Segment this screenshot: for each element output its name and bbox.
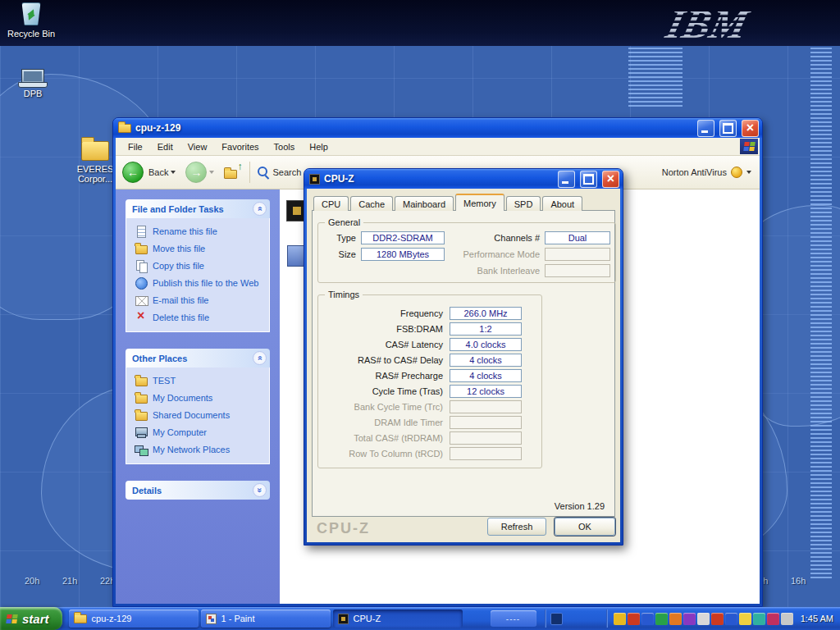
back-button-label[interactable]: Back xyxy=(148,167,168,177)
forward-dropdown-icon[interactable] xyxy=(209,171,214,174)
tray-icon[interactable] xyxy=(641,613,654,625)
tab-mainboard[interactable]: Mainboard xyxy=(395,196,454,211)
cpu-chip-icon xyxy=(309,174,320,185)
refresh-button[interactable]: Refresh xyxy=(487,518,546,536)
tab-memory[interactable]: Memory xyxy=(455,194,504,211)
taskbar-button-label: 1 - Paint xyxy=(221,614,255,623)
tray-icon[interactable] xyxy=(614,613,626,625)
cpuz-body: CPU Cache Mainboard Memory SPD About Gen… xyxy=(307,189,620,542)
place-my-documents[interactable]: My Documents xyxy=(135,391,267,404)
place-test[interactable]: TEST xyxy=(135,374,267,386)
panel-header[interactable]: File and Folder Tasks xyxy=(126,199,270,218)
taskbar-overflow-button[interactable]: ---- xyxy=(491,610,536,627)
tab-cache[interactable]: Cache xyxy=(350,196,393,211)
cpuz-logo-text: CPU-Z xyxy=(317,520,370,537)
desktop-icon-recycle-bin[interactable]: Recycle Bin xyxy=(3,2,59,39)
wallpaper-top-band: IBM xyxy=(0,0,840,46)
panel-title: Details xyxy=(132,486,253,495)
back-button-icon[interactable] xyxy=(122,162,144,183)
tray-icon[interactable] xyxy=(655,613,668,625)
maximize-button[interactable] xyxy=(580,171,597,188)
menu-edit[interactable]: Edit xyxy=(150,139,180,154)
type-label: Type xyxy=(323,233,356,243)
ibm-logo: IBM xyxy=(657,0,783,46)
tab-spd[interactable]: SPD xyxy=(506,196,541,211)
recycle-bin-icon xyxy=(21,2,41,25)
place-my-computer[interactable]: My Computer xyxy=(135,426,267,438)
task-publish-this-file[interactable]: Publish this file to the Web xyxy=(135,276,267,289)
menu-help[interactable]: Help xyxy=(302,139,336,154)
tab-cpu[interactable]: CPU xyxy=(313,196,349,211)
taskbar-button-cpu-z-129[interactable]: cpu-z-129 xyxy=(69,609,199,628)
timing-row-frequency: Frequency266.0 MHz xyxy=(318,305,541,321)
chevron-down-icon[interactable] xyxy=(253,483,267,497)
task-copy-this-file[interactable]: Copy this file xyxy=(135,259,267,272)
tray-icon[interactable] xyxy=(683,613,696,625)
task-delete-this-file[interactable]: Delete this file xyxy=(135,311,267,323)
search-button-label[interactable]: Search xyxy=(272,167,301,177)
ok-button[interactable]: OK xyxy=(555,518,615,536)
chevron-up-icon[interactable] xyxy=(253,202,267,216)
panel-header[interactable]: Details xyxy=(126,481,270,500)
timing-row-ras-precharge: RAS# Precharge4 clocks xyxy=(318,368,541,383)
timings-legend: Timings xyxy=(325,290,363,299)
menu-tools[interactable]: Tools xyxy=(267,139,303,154)
tray-icon[interactable] xyxy=(725,613,737,625)
timing-value: 266.0 MHz xyxy=(450,307,522,320)
norton-dropdown-icon[interactable] xyxy=(746,171,751,174)
place-shared-documents[interactable]: Shared Documents xyxy=(135,409,267,421)
desktop-icon-dpb[interactable]: DPB xyxy=(5,69,61,98)
chevron-up-icon[interactable] xyxy=(253,351,267,365)
task-label: Rename this file xyxy=(153,226,217,236)
panel-details: Details xyxy=(126,481,270,500)
tray-icon[interactable] xyxy=(711,613,724,625)
taskbar-clock: 1:45 AM xyxy=(801,614,833,623)
tab-about[interactable]: About xyxy=(542,196,582,211)
explorer-titlebar[interactable]: cpu-z-129 xyxy=(113,118,762,138)
timing-row-dram-idle-timer: DRAM Idle Timer xyxy=(318,414,541,430)
task-label: E-mail this file xyxy=(153,295,208,305)
menu-file[interactable]: File xyxy=(121,139,150,154)
taskbar-button-cpuz[interactable]: CPU-Z xyxy=(333,609,463,628)
start-button[interactable]: start xyxy=(0,607,62,630)
task-move-this-file[interactable]: Move this file xyxy=(135,242,267,254)
close-button[interactable] xyxy=(602,171,619,188)
tray-icon[interactable] xyxy=(697,613,710,625)
timing-label: CAS# Latency xyxy=(318,340,450,349)
taskbar-divider xyxy=(545,609,546,628)
back-dropdown-icon[interactable] xyxy=(171,171,176,174)
norton-antivirus-control[interactable]: Norton AntiVirus xyxy=(662,167,751,178)
timing-label: FSB:DRAM xyxy=(318,324,450,334)
menu-view[interactable]: View xyxy=(180,139,215,154)
place-label: TEST xyxy=(153,376,176,386)
tray-icon[interactable] xyxy=(628,613,640,625)
file-icon-partial[interactable] xyxy=(287,245,305,267)
maximize-button[interactable] xyxy=(719,120,737,137)
menu-favorites[interactable]: Favorites xyxy=(214,139,266,154)
minimize-button[interactable] xyxy=(558,171,575,188)
timing-value: 1:2 xyxy=(450,322,522,336)
tray-icon[interactable] xyxy=(781,613,793,625)
minimize-button[interactable] xyxy=(697,120,714,137)
tray-icon[interactable] xyxy=(767,613,779,625)
panel-body: TEST My Documents Shared Documents My Co… xyxy=(126,368,270,464)
panel-other-places: Other Places TEST My Documents Shared Do… xyxy=(126,349,270,464)
taskbar-button-label: cpu-z-129 xyxy=(92,614,132,623)
tray-icon[interactable] xyxy=(753,613,765,625)
search-icon[interactable] xyxy=(258,167,269,178)
place-my-network-places[interactable]: My Network Places xyxy=(135,443,267,455)
up-folder-button-icon[interactable] xyxy=(224,166,240,179)
task-rename-this-file[interactable]: Rename this file xyxy=(135,225,267,237)
cpuz-titlebar[interactable]: CPU-Z xyxy=(304,169,623,189)
quick-launch-icon[interactable] xyxy=(550,613,563,625)
publish-web-icon xyxy=(135,276,148,290)
task-email-this-file[interactable]: E-mail this file xyxy=(135,294,267,306)
forward-button-icon[interactable] xyxy=(185,162,207,183)
taskbar-button-paint[interactable]: 1 - Paint xyxy=(201,609,331,628)
tray-icon[interactable] xyxy=(739,613,751,625)
panel-header[interactable]: Other Places xyxy=(126,349,270,368)
place-label: My Documents xyxy=(153,393,212,403)
tray-icon[interactable] xyxy=(669,613,682,625)
close-button[interactable] xyxy=(742,120,759,137)
timing-label: RAS# to CAS# Delay xyxy=(318,355,450,365)
